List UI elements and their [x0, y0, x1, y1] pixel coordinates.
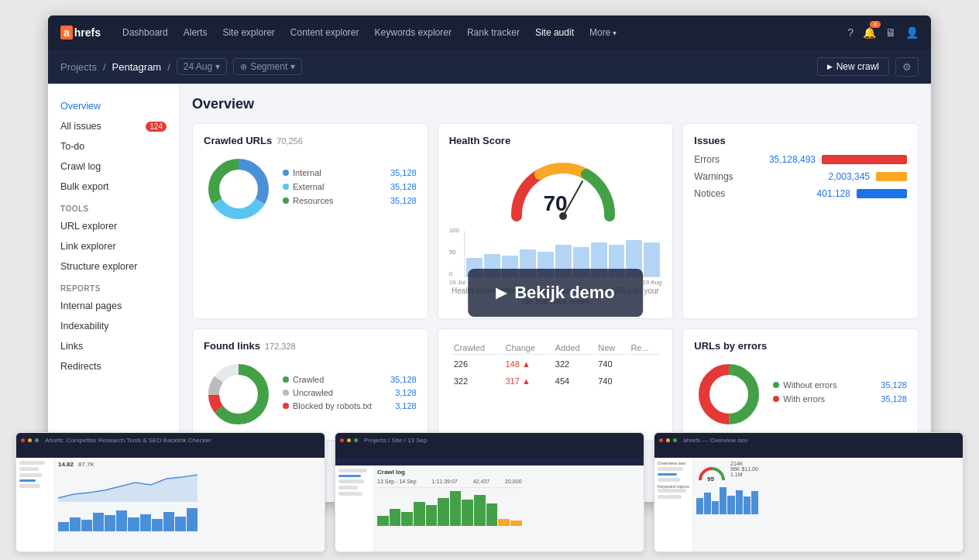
urls-by-errors-legend: Without errors 35,128 With errors 35,128	[773, 380, 907, 408]
row2-change: 317 ▲	[502, 373, 550, 389]
breadcrumb-projects[interactable]: Projects	[60, 61, 97, 73]
notices-label: Notices	[694, 188, 725, 199]
col-new: New	[595, 342, 626, 355]
found-links-legend: Crawled 35,128 Uncrawled 3,128 Blocked b…	[283, 375, 417, 414]
crawled-urls-card: Crawled URLs 70,256	[192, 123, 428, 319]
row2-new: 740	[595, 373, 626, 389]
legend-resources: Resources 35,128	[283, 196, 417, 205]
screenshot-thumb-1: Ahrefs: Competitor Research Tools & SEO …	[15, 432, 325, 552]
crawl-table: Crawled Change Added New Re... 226 148 ▲	[449, 340, 662, 390]
row2-crawled: 322	[451, 373, 501, 389]
nav-content-explorer[interactable]: Content explorer	[290, 27, 359, 38]
uncrawled-val: 3,128	[395, 388, 417, 397]
legend-internal: Internal 35,128	[283, 168, 417, 177]
nav-site-explorer[interactable]: Site explorer	[222, 27, 274, 38]
screenshots-row: Ahrefs: Competitor Research Tools & SEO …	[15, 432, 964, 552]
notification-count: 4	[870, 21, 881, 28]
health-gauge: 70	[501, 154, 610, 216]
crawled-val: 35,128	[390, 375, 417, 384]
sidebar-item-redirects[interactable]: Redirects	[48, 356, 179, 376]
user-icon[interactable]: 👤	[905, 26, 919, 39]
row1-new: 740	[595, 356, 626, 372]
found-links-content: Crawled 35,128 Uncrawled 3,128 Blocked b…	[204, 359, 417, 429]
bell-icon: 🔔	[863, 26, 876, 39]
sidebar-item-todo[interactable]: To-do	[48, 136, 179, 156]
nav-site-audit[interactable]: Site audit	[535, 27, 574, 38]
app-container: a hrefs Dashboard Alerts Site explorer C…	[48, 15, 931, 502]
crawled-urls-total: 70,256	[277, 136, 303, 146]
nav-keywords-explorer[interactable]: Keywords explorer	[375, 27, 452, 38]
row1-crawled: 226	[451, 356, 501, 372]
crawled-urls-title: Crawled URLs 70,256	[204, 135, 417, 146]
sidebar-item-structure-explorer[interactable]: Structure explorer	[48, 256, 179, 277]
screen-icon[interactable]: 🖥	[885, 26, 896, 39]
segment-button[interactable]: Segment ▾	[233, 58, 302, 75]
sidebar-reports-label: REPORTS	[48, 277, 179, 296]
found-links-donut	[204, 359, 273, 429]
legend-external: External 35,128	[283, 182, 417, 191]
without-errors-val: 35,128	[881, 380, 907, 390]
col-re: Re...	[627, 342, 660, 355]
col-change: Change	[502, 342, 550, 355]
urls-by-errors-card: URLs by errors Without erro	[682, 328, 919, 441]
logo-a-letter: a	[60, 26, 73, 40]
help-icon[interactable]: ?	[847, 26, 854, 39]
table-row: 226 148 ▲ 322 740	[451, 356, 661, 372]
crawled-urls-donut	[204, 154, 273, 224]
table-row: 322 317 ▲ 454 740	[451, 373, 661, 389]
row2-re	[627, 373, 660, 389]
notices-bar	[857, 189, 907, 198]
sidebar-item-links[interactable]: Links	[48, 336, 179, 356]
sidebar-item-internal-pages[interactable]: Internal pages	[48, 296, 179, 316]
cards-bottom-row: Found links 172,328	[192, 328, 919, 441]
errors-bar	[822, 155, 907, 164]
found-links-total: 172,328	[265, 342, 296, 351]
sidebar-item-overview[interactable]: Overview	[48, 96, 179, 116]
sidebar-item-link-explorer[interactable]: Link explorer	[48, 236, 179, 256]
notices-row: Notices 401,128	[694, 188, 907, 199]
row1-re	[627, 356, 660, 372]
nav-dashboard[interactable]: Dashboard	[122, 27, 168, 38]
external-val: 35,128	[390, 182, 417, 191]
legend-without-errors: Without errors 35,128	[773, 380, 907, 390]
sidebar-item-crawl-log[interactable]: Crawl log	[48, 156, 179, 177]
breadcrumb-sep2: /	[167, 61, 170, 73]
issues-title: Issues	[694, 135, 907, 146]
urls-by-errors-title: URLs by errors	[694, 340, 907, 352]
found-links-title: Found links 172,328	[204, 340, 417, 352]
new-crawl-button[interactable]: New crawl	[817, 57, 889, 76]
col-crawled: Crawled	[451, 342, 501, 355]
nav-right: ? 🔔 4 🖥 👤	[847, 26, 919, 40]
page-title: Overview	[192, 96, 919, 112]
warnings-row: Warnings 2,003,345	[694, 171, 907, 182]
warnings-value: 2,003,345	[823, 171, 870, 182]
crawled-urls-content: Internal 35,128 External 35,128 Resource…	[204, 154, 417, 224]
sidebar-item-indexability[interactable]: Indexability	[48, 316, 179, 336]
date-selector-button[interactable]: 24 Aug ▾	[177, 58, 227, 75]
legend-uncrawled: Uncrawled 3,128	[283, 388, 417, 397]
col-added: Added	[552, 342, 593, 355]
settings-button[interactable]: ⚙	[895, 57, 919, 77]
urls-by-errors-donut	[694, 359, 764, 429]
nav-more[interactable]: More	[589, 27, 617, 38]
svg-text:95: 95	[707, 476, 714, 483]
sidebar-item-url-explorer[interactable]: URL explorer	[48, 216, 179, 236]
with-errors-val: 35,128	[881, 394, 907, 404]
sidebar-item-all-issues[interactable]: All issues 124	[48, 116, 179, 136]
svg-marker-13	[58, 475, 198, 502]
health-score-title: Health Score	[449, 135, 662, 146]
nav-rank-tracker[interactable]: Rank tracker	[467, 27, 520, 38]
screenshot-thumb-2: Projects / Site / 13 Sep Crawl log 13 Se…	[335, 432, 644, 552]
nav-alerts[interactable]: Alerts	[184, 27, 208, 38]
warnings-bar	[876, 172, 907, 181]
notices-value: 401,128	[804, 188, 850, 199]
errors-label: Errors	[694, 154, 720, 165]
blocked-val: 3,128	[395, 401, 417, 411]
row2-added: 454	[552, 373, 593, 389]
warnings-label: Warnings	[694, 171, 733, 182]
demo-overlay[interactable]: Bekijk demo	[468, 269, 643, 317]
breadcrumb-sep1: /	[103, 61, 106, 73]
crawled-urls-legend: Internal 35,128 External 35,128 Resource…	[283, 168, 417, 210]
notifications-button[interactable]: 🔔 4	[863, 26, 876, 40]
sidebar-item-bulk-export[interactable]: Bulk export	[48, 177, 179, 197]
